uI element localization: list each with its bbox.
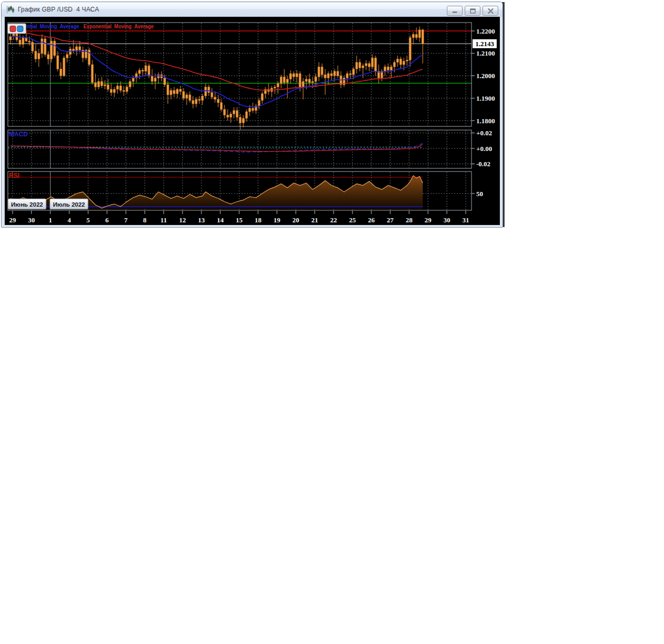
time-tick-label: 30 xyxy=(28,216,35,224)
time-tick-label: 6 xyxy=(105,216,109,224)
month-marker-label: Июль 2022 xyxy=(53,201,85,208)
time-tick-label: 18 xyxy=(255,216,262,224)
time-tick-label: 12 xyxy=(179,216,186,224)
legend-ema-slow-label: Exponential_Moving_Average xyxy=(83,23,154,29)
time-tick-label: 20 xyxy=(293,216,299,224)
macd-tick-label: +0.02 xyxy=(476,129,492,137)
time-tick-label: 22 xyxy=(330,216,337,224)
minimize-button[interactable] xyxy=(447,6,463,16)
time-tick-label: 31 xyxy=(463,216,469,224)
month-marker-2[interactable]: Июль 2022 xyxy=(50,199,88,209)
main-panel-border xyxy=(8,23,472,126)
time-tick-label: 26 xyxy=(368,216,376,224)
month-marker-label: Июнь 2022 xyxy=(11,201,43,208)
maximize-button[interactable] xyxy=(465,6,480,16)
current-price-badge: 1.2143 xyxy=(473,39,497,48)
ema-slow-line xyxy=(10,32,423,90)
red-chip-icon xyxy=(10,26,16,32)
time-tick-label: 7 xyxy=(124,216,128,224)
macd-signal-line xyxy=(10,144,423,151)
time-tick-label: 13 xyxy=(198,216,206,224)
rsi-tick-label: 50 xyxy=(476,190,483,198)
time-tick-label: 30 xyxy=(444,216,451,224)
time-tick-label: 19 xyxy=(274,216,281,224)
close-icon xyxy=(488,8,494,14)
time-tick-label: 25 xyxy=(349,216,357,224)
time-axis: 2930145678111213141518192021222526272829… xyxy=(9,211,469,224)
price-tick-label: 1.2200 xyxy=(476,27,495,35)
time-tick-label: 4 xyxy=(68,216,71,224)
rsi-label: RSI xyxy=(9,172,19,179)
time-tick-label: 15 xyxy=(236,216,243,224)
legend-color-chips[interactable] xyxy=(8,24,26,34)
current-price-label: 1.2143 xyxy=(475,40,494,48)
price-axis: 1.22001.21001.20001.19001.18001.2143 xyxy=(472,27,497,125)
legend: Exponential_Moving_AverageExponential_Mo… xyxy=(8,23,154,34)
price-tick-label: 1.1900 xyxy=(476,94,495,102)
macd-tick-label: -0.02 xyxy=(476,160,490,168)
window-title: График GBP /USD 4 ЧАСА xyxy=(18,6,99,13)
time-tick-label: 11 xyxy=(160,216,167,224)
time-tick-label: 29 xyxy=(425,216,432,224)
price-tick-label: 1.2100 xyxy=(476,49,495,57)
time-tick-label: 5 xyxy=(87,216,90,224)
time-tick-label: 27 xyxy=(387,216,394,224)
titlebar[interactable]: График GBP /USD 4 ЧАСА xyxy=(2,2,502,17)
ema-fast-line xyxy=(10,36,423,107)
time-tick-label: 28 xyxy=(406,216,413,224)
minimize-icon xyxy=(452,8,457,13)
price-tick-label: 1.1800 xyxy=(476,117,495,125)
price-level-lines xyxy=(8,31,472,83)
desktop: График GBP /USD 4 ЧАСА xyxy=(0,0,664,644)
time-tick-label: 1 xyxy=(49,216,52,224)
maximize-icon xyxy=(470,8,476,14)
chart-client-area[interactable]: Exponential_Moving_AverageExponential_Mo… xyxy=(5,17,500,225)
chart-canvas[interactable]: Exponential_Moving_AverageExponential_Mo… xyxy=(5,17,500,225)
time-tick-label: 21 xyxy=(312,216,318,224)
blue-chip-icon xyxy=(17,26,23,32)
macd-label: MACD xyxy=(9,131,28,138)
candlestick-chart-icon xyxy=(6,5,15,14)
window-controls xyxy=(447,6,498,16)
price-tick-label: 1.2000 xyxy=(476,72,495,80)
macd-line xyxy=(10,143,423,152)
time-tick-label: 8 xyxy=(143,216,147,224)
macd-tick-label: +0.00 xyxy=(476,145,492,153)
time-tick-label: 14 xyxy=(217,216,224,224)
month-marker-1[interactable]: Июнь 2022 xyxy=(8,199,46,209)
time-tick-label: 29 xyxy=(9,216,17,224)
close-button[interactable] xyxy=(483,6,498,16)
chart-window: График GBP /USD 4 ЧАСА xyxy=(1,2,503,228)
candlestick-series xyxy=(9,26,424,130)
